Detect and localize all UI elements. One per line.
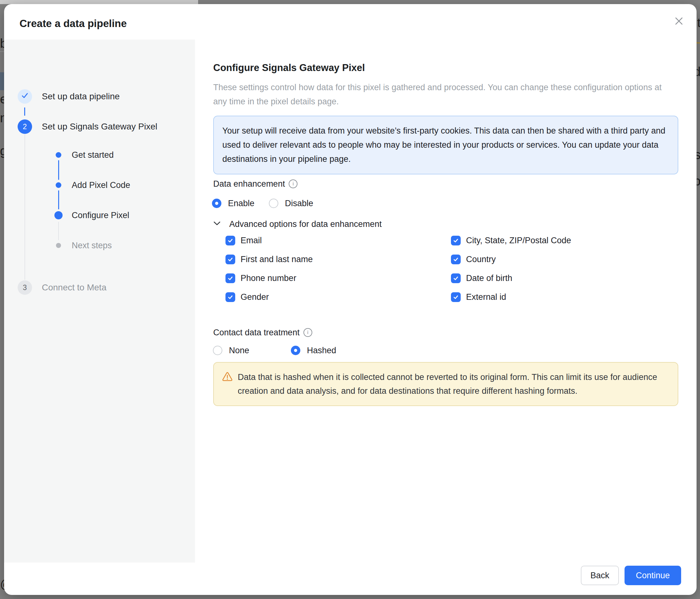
substep-add-pixel-code[interactable]: Add Pixel Code <box>72 179 130 191</box>
checkbox-label: City, State, ZIP/Postal Code <box>466 236 571 245</box>
checkbox-label: Email <box>241 236 262 245</box>
background-topbar-fragment <box>0 0 198 4</box>
contact-treatment-label: Contact data treatment <box>213 326 300 339</box>
checkbox-row-email[interactable]: Email <box>225 234 262 247</box>
back-button[interactable]: Back <box>581 566 619 585</box>
substep-dot-complete <box>56 152 61 158</box>
continue-button[interactable]: Continue <box>625 566 681 585</box>
checkbox-label: Date of birth <box>466 274 512 283</box>
radio-selected-icon[interactable] <box>212 199 221 208</box>
radio-selected-icon[interactable] <box>291 346 300 355</box>
checkbox-checked-icon[interactable] <box>225 236 235 245</box>
hashed-radio-option[interactable]: Hashed <box>291 344 336 357</box>
step1-complete-circle <box>18 89 32 104</box>
checkbox-checked-icon[interactable] <box>225 274 235 283</box>
enable-radio-option[interactable]: Enable <box>212 197 254 210</box>
disable-radio-label: Disable <box>285 199 313 208</box>
step1-label[interactable]: Set up data pipeline <box>42 90 120 103</box>
substep-connector <box>58 190 59 209</box>
radio-unselected-icon[interactable] <box>269 199 278 208</box>
close-button[interactable] <box>672 15 686 29</box>
checkbox-checked-icon[interactable] <box>451 236 461 245</box>
checkbox-row-date-of-birth[interactable]: Date of birth <box>451 272 512 284</box>
background-divider-fragment <box>0 51 4 52</box>
checkbox-label: Gender <box>241 292 269 302</box>
checkbox-row-phone[interactable]: Phone number <box>225 272 296 284</box>
substep-configure-pixel[interactable]: Configure Pixel <box>72 209 129 222</box>
none-radio-label: None <box>229 346 249 356</box>
create-data-pipeline-dialog: Create a data pipeline Set up data pipel… <box>4 4 697 595</box>
continue-button-label: Continue <box>636 571 670 580</box>
substep-connector <box>58 160 59 180</box>
warning-text: Data that is hashed when it is collected… <box>238 370 670 398</box>
checkbox-row-gender[interactable]: Gender <box>225 291 269 303</box>
checkbox-checked-icon[interactable] <box>451 255 461 264</box>
back-button-label: Back <box>590 571 609 580</box>
info-icon[interactable]: i <box>289 179 298 188</box>
checkbox-label: Country <box>466 255 496 264</box>
step2-number: 2 <box>23 123 27 131</box>
step3-number-circle: 3 <box>18 280 32 295</box>
info-banner: Your setup will receive data from your w… <box>213 116 678 175</box>
checkbox-label: Phone number <box>241 274 296 283</box>
close-icon <box>674 16 684 27</box>
hashed-radio-label: Hashed <box>307 346 336 356</box>
data-enhancement-label-row: Data enhancement i <box>213 178 298 190</box>
dialog-title: Create a data pipeline <box>20 17 127 30</box>
info-icon[interactable]: i <box>303 328 312 337</box>
substep-get-started[interactable]: Get started <box>72 149 114 161</box>
page-title: Configure Signals Gateway Pixel <box>213 62 365 74</box>
check-icon <box>21 92 29 102</box>
radio-unselected-icon[interactable] <box>213 346 222 355</box>
step2-label[interactable]: Set up Signals Gateway Pixel <box>42 120 157 133</box>
step-connector <box>25 134 25 280</box>
checkbox-row-country[interactable]: Country <box>451 253 496 265</box>
checkbox-row-external-id[interactable]: External id <box>451 291 506 303</box>
checkbox-checked-icon[interactable] <box>451 292 461 302</box>
background-gold-line-fragment <box>697 43 700 43</box>
warning-triangle-icon <box>222 372 233 398</box>
data-enhancement-label: Data enhancement <box>213 178 285 190</box>
step2-number-circle: 2 <box>18 120 32 134</box>
disable-radio-option[interactable]: Disable <box>269 197 313 210</box>
substep-dot-upcoming <box>56 243 61 248</box>
step3-label[interactable]: Connect to Meta <box>42 281 106 294</box>
substep-next-steps[interactable]: Next steps <box>72 239 112 252</box>
page-description: These settings control how data for this… <box>213 80 677 109</box>
checkbox-label: External id <box>466 292 506 302</box>
enable-radio-label: Enable <box>228 199 254 208</box>
contact-treatment-label-row: Contact data treatment i <box>213 326 312 339</box>
substep-connector <box>58 222 59 240</box>
checkbox-checked-icon[interactable] <box>225 292 235 302</box>
stepper-sidebar: Set up data pipeline 2 Set up Signals Ga… <box>4 40 195 563</box>
step3-number: 3 <box>23 284 27 292</box>
step-connector <box>24 107 25 116</box>
checkbox-checked-icon[interactable] <box>451 274 461 283</box>
checkbox-checked-icon[interactable] <box>225 255 235 264</box>
checkbox-row-name[interactable]: First and last name <box>225 253 313 265</box>
background-selected-row-fragment <box>0 72 4 90</box>
none-radio-option[interactable]: None <box>213 344 249 357</box>
chevron-down-icon <box>213 221 221 227</box>
advanced-options-toggle[interactable]: Advanced options for data enhancement <box>213 218 382 230</box>
substep-dot-complete <box>56 182 61 188</box>
hashing-warning-banner: Data that is hashed when it is collected… <box>213 362 678 406</box>
checkbox-label: First and last name <box>241 255 313 264</box>
substep-dot-active <box>54 211 62 219</box>
checkbox-row-city-state-zip[interactable]: City, State, ZIP/Postal Code <box>451 234 571 247</box>
advanced-options-label: Advanced options for data enhancement <box>229 219 382 229</box>
